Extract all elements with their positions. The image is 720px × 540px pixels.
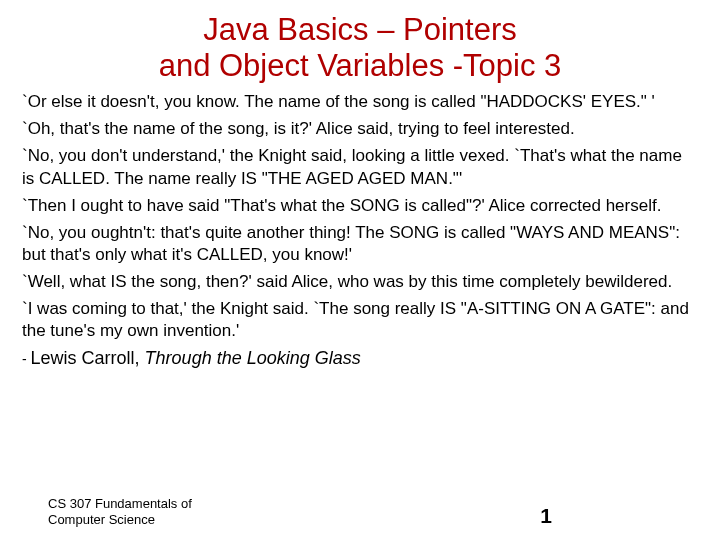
attribution-book: Through the Looking Glass [145,348,361,368]
title-line-1: Java Basics – Pointers [203,12,517,47]
paragraph: `No, you don't understand,' the Knight s… [22,145,698,189]
paragraph: `Oh, that's the name of the song, is it?… [22,118,698,140]
slide-body: `Or else it doesn't, you know. The name … [22,91,698,370]
attribution: - Lewis Carroll, Through the Looking Gla… [22,347,698,370]
slide-title: Java Basics – Pointers and Object Variab… [22,12,698,83]
paragraph: `Well, what IS the song, then?' said Ali… [22,271,698,293]
slide-container: Java Basics – Pointers and Object Variab… [0,0,720,540]
paragraph: `I was coming to that,' the Knight said.… [22,298,698,342]
paragraph: `Or else it doesn't, you know. The name … [22,91,698,113]
paragraph: `Then I ought to have said "That's what … [22,195,698,217]
attribution-dash: - [22,351,31,367]
footer-course: CS 307 Fundamentals of Computer Science [48,496,248,529]
page-number: 1 [540,504,552,528]
title-line-2: and Object Variables -Topic 3 [159,48,562,83]
attribution-author: Lewis Carroll, [31,348,140,368]
slide-footer: CS 307 Fundamentals of Computer Science … [48,496,672,529]
paragraph: `No, you oughtn't: that's quite another … [22,222,698,266]
